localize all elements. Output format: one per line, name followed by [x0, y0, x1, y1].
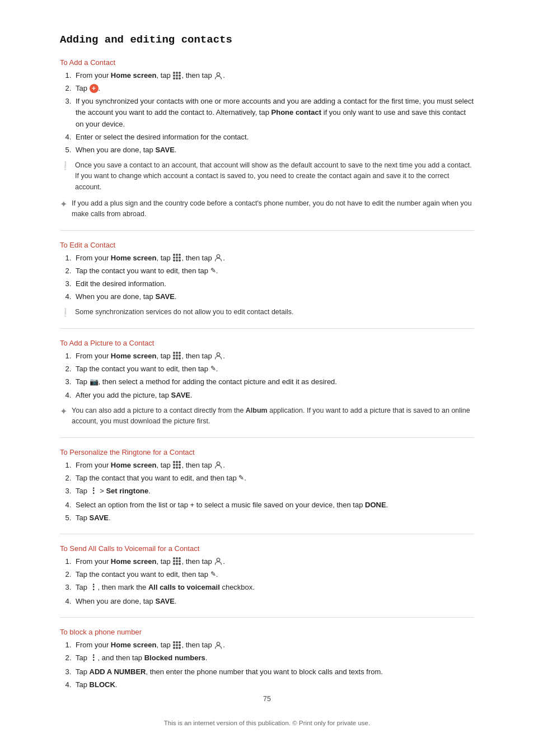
list-item: From your Home screen, tap , then tap .: [73, 640, 474, 651]
page-number: 75: [60, 695, 474, 703]
note-tip-icon: ✦: [60, 406, 67, 417]
list-item: Tap ⋮, then mark the All calls to voicem…: [73, 582, 474, 594]
section-heading-voicemail: To Send All Calls to Voicemail for a Con…: [60, 544, 474, 553]
list-item: Select an option from the list or tap + …: [73, 500, 474, 511]
apps-icon: [173, 72, 181, 80]
list-item: Tap ⋮, and then tap Blocked numbers.: [73, 652, 474, 665]
list-item: From your Home screen, tap , then tap .: [73, 460, 474, 471]
list-item: Tap 📷, then select a method for adding t…: [73, 376, 474, 388]
contacts-icon: [214, 641, 223, 650]
section-heading-personalize-ringtone: To Personalize the Ringtone for a Contac…: [60, 448, 474, 456]
list-item: Tap BLOCK.: [73, 679, 474, 690]
section-heading-add-contact: To Add a Contact: [60, 58, 474, 67]
plus-circle-icon: +: [90, 84, 99, 93]
note-text: You can also add a picture to a contact …: [72, 405, 474, 427]
section-heading-block-number: To block a phone number: [60, 628, 474, 636]
page-content: Adding and editing contacts To Add a Con…: [49, 0, 485, 756]
list-item: From your Home screen, tap , then tap .: [73, 253, 474, 264]
pencil-icon: ✎: [210, 363, 216, 374]
section-divider: [60, 534, 474, 534]
list-item: Enter or select the desired information …: [73, 132, 474, 143]
contacts-icon: [214, 71, 223, 80]
dots-icon: ⋮: [90, 652, 98, 664]
list-item: When you are done, tap SAVE.: [73, 596, 474, 607]
dots-icon: ⋮: [90, 581, 98, 594]
steps-list-add-picture: From your Home screen, tap , then tap .T…: [65, 351, 474, 401]
camera-icon: 📷: [90, 376, 99, 388]
steps-list-edit-contact: From your Home screen, tap , then tap .T…: [65, 253, 474, 303]
pencil-icon: ✎: [210, 265, 216, 276]
footer-text: This is an internet version of this publ…: [60, 720, 474, 738]
note-block: ❕Once you save a contact to an account, …: [60, 160, 474, 193]
svg-point-1: [217, 255, 220, 258]
page-title: Adding and editing contacts: [60, 34, 474, 46]
apps-icon: [173, 254, 181, 262]
apps-icon: [173, 557, 181, 565]
steps-list-voicemail: From your Home screen, tap , then tap .T…: [65, 556, 474, 607]
list-item: Edit the desired information.: [73, 278, 474, 290]
apps-icon: [173, 461, 181, 469]
steps-list-block-number: From your Home screen, tap , then tap .T…: [65, 640, 474, 690]
note-text: If you add a plus sign and the country c…: [72, 198, 474, 220]
apps-icon: [173, 641, 181, 649]
note-block: ❕Some synchronization services do not al…: [60, 307, 474, 318]
note-text: Some synchronization services do not all…: [75, 307, 294, 318]
list-item: After you add the picture, tap SAVE.: [73, 390, 474, 401]
apps-icon: [173, 352, 181, 360]
svg-point-4: [217, 558, 220, 562]
list-item: Tap the contact you want to edit, then t…: [73, 265, 474, 277]
svg-point-5: [217, 642, 220, 645]
note-exclaim-icon: ❕: [60, 307, 71, 318]
list-item: If you synchronized your contacts with o…: [73, 96, 474, 129]
section-divider: [60, 230, 474, 231]
note-text: Once you save a contact to an account, t…: [75, 160, 474, 193]
list-item: Tap the contact you want to edit, then t…: [73, 569, 474, 580]
note-tip-icon: ✦: [60, 199, 67, 209]
note-exclaim-icon: ❕: [60, 161, 71, 171]
section-divider: [60, 437, 474, 438]
list-item: Tap the contact that you want to edit, a…: [73, 473, 474, 484]
list-item: Tap +.: [73, 83, 474, 94]
steps-list-add-contact: From your Home screen, tap , then tap .T…: [65, 70, 474, 156]
list-item: From your Home screen, tap , then tap .: [73, 70, 474, 81]
list-item: Tap ⋮ > Set ringtone.: [73, 486, 474, 498]
note-block: ✦You can also add a picture to a contact…: [60, 405, 474, 427]
section-heading-edit-contact: To Edit a Contact: [60, 241, 474, 249]
contacts-icon: [214, 557, 223, 566]
contacts-icon: [214, 460, 223, 469]
contacts-icon: [214, 253, 223, 262]
section-divider: [60, 328, 474, 329]
svg-point-0: [217, 72, 220, 76]
list-item: From your Home screen, tap , then tap .: [73, 556, 474, 567]
contacts-icon: [214, 351, 223, 360]
list-item: When you are done, tap SAVE.: [73, 144, 474, 156]
pencil-icon: ✎: [210, 569, 216, 580]
section-heading-add-picture: To Add a Picture to a Contact: [60, 339, 474, 347]
dots-icon: ⋮: [90, 485, 98, 497]
list-item: Tap ADD A NUMBER, then enter the phone n…: [73, 666, 474, 678]
list-item: From your Home screen, tap , then tap .: [73, 351, 474, 362]
list-item: When you are done, tap SAVE.: [73, 291, 474, 302]
steps-list-personalize-ringtone: From your Home screen, tap , then tap .T…: [65, 460, 474, 524]
list-item: Tap SAVE.: [73, 512, 474, 524]
pencil-icon: ✎: [238, 473, 244, 483]
svg-point-2: [217, 353, 220, 356]
svg-point-3: [217, 462, 220, 465]
list-item: Tap the contact you want to edit, then t…: [73, 363, 474, 375]
note-block: ✦If you add a plus sign and the country …: [60, 198, 474, 220]
section-divider: [60, 617, 474, 618]
